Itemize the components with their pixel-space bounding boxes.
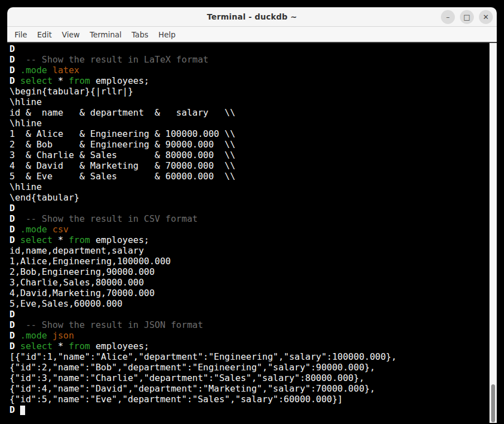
terminal-line: D	[9, 309, 489, 320]
terminal-line: D -- Show the result in LaTeX format	[9, 54, 489, 65]
terminal-line: D	[9, 404, 489, 415]
terminal-window: Terminal - duckdb ~ –□✕ FileEditViewTerm…	[7, 7, 497, 423]
menubar: FileEditViewTerminalTabsHelp	[7, 27, 497, 43]
desktop: { "window": { "title": "Terminal - duckd…	[0, 0, 504, 424]
menu-item-help[interactable]: Help	[153, 28, 181, 41]
terminal-line: 1 & Alice & Engineering & 100000.000 \\	[9, 128, 489, 139]
scrollbar-track[interactable]	[489, 43, 497, 423]
terminal-line: \hline	[9, 118, 489, 128]
terminal-line: 3,Charlie,Sales,80000.000	[9, 277, 489, 288]
terminal-output: DD -- Show the result in LaTeX formatD .…	[9, 44, 489, 415]
menu-item-terminal[interactable]: Terminal	[85, 28, 127, 41]
terminal-line: 5 & Eve & Sales & 60000.000 \\	[9, 171, 489, 182]
window-title: Terminal - duckdb ~	[207, 12, 297, 21]
terminal-line: \end{tabular}	[9, 192, 489, 203]
terminal-line: id,name,department,salary	[9, 245, 489, 256]
menu-item-edit[interactable]: Edit	[32, 28, 57, 41]
maximize-button[interactable]: □	[460, 10, 474, 24]
terminal-line: D .mode latex	[9, 65, 489, 75]
minimize-button[interactable]: –	[441, 10, 455, 24]
terminal-line: [{"id":1,"name":"Alice","department":"En…	[9, 351, 489, 362]
terminal-line: 5,Eve,Sales,60000.000	[9, 298, 489, 309]
menu-item-tabs[interactable]: Tabs	[127, 28, 153, 41]
terminal-line: 3 & Charlie & Sales & 80000.000 \\	[9, 150, 489, 160]
terminal-line: 2,Bob,Engineering,90000.000	[9, 266, 489, 277]
terminal-line: {"id":3,"name":"Charlie","department":"S…	[9, 373, 489, 383]
terminal-line: 1,Alice,Engineering,100000.000	[9, 256, 489, 266]
terminal-line: 4,David,Marketing,70000.000	[9, 288, 489, 298]
terminal-line: D select * from employees;	[9, 341, 489, 351]
terminal-line: D -- Show the result in CSV format	[9, 213, 489, 224]
terminal-line: \hline	[9, 182, 489, 192]
terminal-line: D .mode csv	[9, 224, 489, 235]
menu-item-view[interactable]: View	[57, 28, 85, 41]
terminal-line: \hline	[9, 97, 489, 107]
terminal-line: \begin{tabular}{|rllr|}	[9, 86, 489, 97]
terminal-cursor	[20, 406, 25, 415]
terminal-line: D select * from employees;	[9, 235, 489, 245]
terminal-line: D -- Show the result in JSON format	[9, 320, 489, 330]
window-controls: –□✕	[441, 7, 493, 26]
terminal-line: D	[9, 203, 489, 213]
terminal-line: {"id":4,"name":"David","department":"Mar…	[9, 383, 489, 394]
terminal-line: D select * from employees;	[9, 75, 489, 86]
menu-item-file[interactable]: File	[9, 28, 32, 41]
terminal-line: {"id":2,"name":"Bob","department":"Engin…	[9, 362, 489, 373]
terminal-line: D	[9, 44, 489, 54]
titlebar[interactable]: Terminal - duckdb ~ –□✕	[7, 7, 497, 27]
terminal-line: id & name & department & salary \\	[9, 107, 489, 118]
terminal-line: D .mode json	[9, 330, 489, 341]
scrollbar-thumb[interactable]	[491, 384, 495, 422]
terminal-screen[interactable]: DD -- Show the result in LaTeX formatD .…	[7, 43, 497, 423]
terminal-line: 2 & Bob & Engineering & 90000.000 \\	[9, 139, 489, 150]
terminal-line: 4 & David & Marketing & 70000.000 \\	[9, 160, 489, 171]
close-button[interactable]: ✕	[479, 10, 493, 24]
terminal-line: {"id":5,"name":"Eve","department":"Sales…	[9, 394, 489, 404]
